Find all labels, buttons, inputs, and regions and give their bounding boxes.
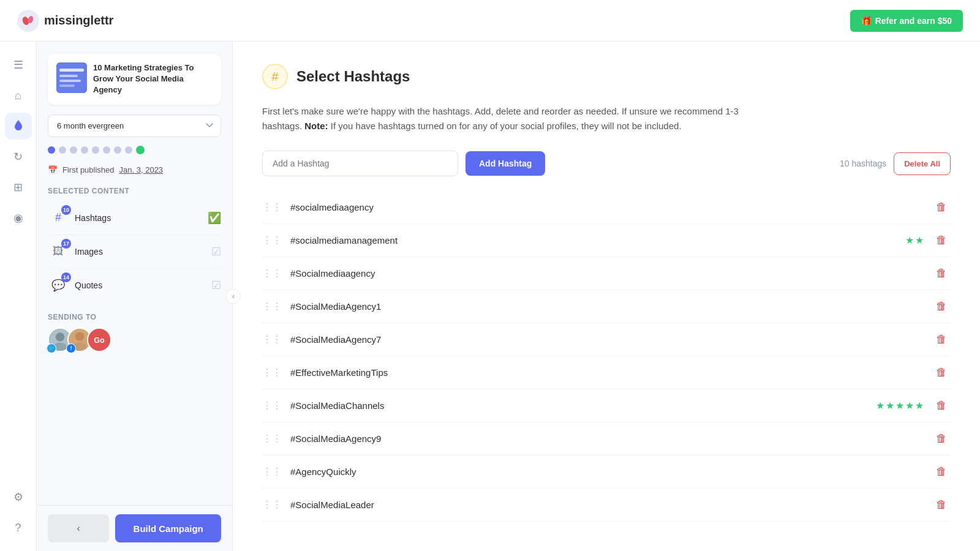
delete-hashtag-button[interactable]: 🗑 xyxy=(932,431,951,446)
hashtag-row: ⋮⋮ #SocialMediaAgency9 🗑 xyxy=(262,422,951,455)
delete-hashtag-button[interactable]: 🗑 xyxy=(932,398,951,413)
hashtag-row: ⋮⋮ #SocialMediaChannels ★ ★ ★ ★ ★ 🗑 xyxy=(262,389,951,422)
hashtag-text: #SocialMediaChannels xyxy=(290,400,867,411)
svg-rect-7 xyxy=(59,84,75,87)
hashtag-row: ⋮⋮ #Socialmediaagency 🗑 xyxy=(262,257,951,290)
refer-label: Refer and earn $50 xyxy=(875,16,952,26)
sidebar-item-settings[interactable]: ⚙ xyxy=(5,484,32,511)
build-campaign-button[interactable]: Build Campaign xyxy=(115,514,221,542)
hashtags-badge: 10 xyxy=(61,205,71,215)
content-item-images[interactable]: 🖼 17 Images ☑ xyxy=(48,235,221,269)
sidebar-item-help[interactable]: ? xyxy=(5,514,32,541)
star-icon: ★ xyxy=(876,400,884,411)
progress-dot-1 xyxy=(48,146,55,154)
delete-hashtag-button[interactable]: 🗑 xyxy=(932,200,951,215)
drag-handle-icon[interactable]: ⋮⋮ xyxy=(262,466,282,478)
svg-text:Go: Go xyxy=(94,336,105,345)
drag-handle-icon[interactable]: ⋮⋮ xyxy=(262,268,282,279)
published-label: First published xyxy=(62,165,115,174)
help-icon: ? xyxy=(15,522,21,534)
back-button[interactable]: ‹ xyxy=(48,514,109,542)
star-rating: ★ ★ ★ ★ ★ xyxy=(876,400,924,411)
selected-content-section: Selected Content # 10 Hashtags ✅ 🖼 17 Im… xyxy=(48,187,221,302)
star-icon: ★ xyxy=(915,400,924,411)
svg-rect-4 xyxy=(59,69,84,72)
add-hashtag-button[interactable]: Add Hashtag xyxy=(466,151,545,176)
page-title: Select Hashtags xyxy=(296,68,410,85)
sidebar-item-globe[interactable]: ◉ xyxy=(5,204,32,231)
delete-hashtag-button[interactable]: 🗑 xyxy=(932,266,951,281)
article-title: 10 Marketing Strategies To Grow Your Soc… xyxy=(93,62,213,96)
delete-hashtag-button[interactable]: 🗑 xyxy=(932,299,951,314)
delete-hashtag-button[interactable]: 🗑 xyxy=(932,464,951,479)
delete-hashtag-button[interactable]: 🗑 xyxy=(932,497,951,512)
drag-handle-icon[interactable]: ⋮⋮ xyxy=(262,234,282,246)
refer-button[interactable]: 🎁 Refer and earn $50 xyxy=(850,10,963,32)
article-card: 10 Marketing Strategies To Grow Your Soc… xyxy=(48,54,221,105)
delete-all-button[interactable]: Delete All xyxy=(894,152,951,175)
add-hashtag-input[interactable] xyxy=(262,151,458,176)
svg-rect-3 xyxy=(56,62,87,93)
hashtags-icon-wrap: # 10 xyxy=(48,208,69,228)
drag-handle-icon[interactable]: ⋮⋮ xyxy=(262,201,282,213)
hashtag-text: #SocialMediaAgency7 xyxy=(290,334,924,345)
drag-handle-icon[interactable]: ⋮⋮ xyxy=(262,433,282,444)
star-rating: ★ ★ xyxy=(905,234,924,246)
logo-icon xyxy=(17,10,39,32)
campaign-bottom-bar: ‹ Build Campaign xyxy=(37,505,232,551)
top-nav: missinglettr 🎁 Refer and earn $50 xyxy=(0,0,980,42)
delete-hashtag-button[interactable]: 🗑 xyxy=(932,233,951,248)
hashtag-text: #socialmediamanagement xyxy=(290,235,897,246)
delete-hashtag-button[interactable]: 🗑 xyxy=(932,332,951,347)
star-icon: ★ xyxy=(915,234,924,246)
quotes-label: Quotes xyxy=(75,280,205,290)
globe-icon: ◉ xyxy=(13,211,23,225)
hashtag-text: #EffectiveMarketingTips xyxy=(290,367,924,378)
add-hashtag-row: Add Hashtag 10 hashtags Delete All xyxy=(262,151,951,176)
quotes-check: ☑ xyxy=(211,279,221,292)
star-icon: ★ xyxy=(905,400,914,411)
calendar-icon: ⊞ xyxy=(13,181,23,194)
sidebar-item-drops[interactable] xyxy=(5,113,32,140)
drag-handle-icon[interactable]: ⋮⋮ xyxy=(262,367,282,378)
progress-dot-5 xyxy=(92,146,99,154)
hashtag-text: #SocialMediaLeader xyxy=(290,500,924,510)
collapse-panel-button[interactable]: ‹ xyxy=(226,289,232,304)
hashtag-list: ⋮⋮ #socialmediaagency 🗑 ⋮⋮ #socialmediam… xyxy=(262,191,951,522)
hash-symbol: # xyxy=(271,70,278,84)
drops-icon xyxy=(12,118,25,135)
sidebar-item-menu[interactable]: ☰ xyxy=(5,51,32,78)
hashtag-row: ⋮⋮ #SocialMediaLeader 🗑 xyxy=(262,489,951,522)
star-icon: ★ xyxy=(905,234,914,246)
sidebar-item-home[interactable]: ⌂ xyxy=(5,82,32,109)
progress-dot-9 xyxy=(136,146,145,154)
progress-dots xyxy=(48,146,221,154)
sidebar-item-repost[interactable]: ↻ xyxy=(5,143,32,170)
hashtag-row: ⋮⋮ #EffectiveMarketingTips 🗑 xyxy=(262,356,951,389)
hashtag-text: #Socialmediaagency xyxy=(290,268,924,279)
quotes-badge: 14 xyxy=(61,272,71,282)
drag-handle-icon[interactable]: ⋮⋮ xyxy=(262,301,282,312)
content-item-quotes[interactable]: 💬 14 Quotes ☑ xyxy=(48,269,221,302)
facebook-badge-2: f xyxy=(66,343,76,353)
hashtag-text: #socialmediaagency xyxy=(290,202,924,212)
drag-handle-icon[interactable]: ⋮⋮ xyxy=(262,499,282,511)
progress-dot-2 xyxy=(59,146,66,154)
sidebar-item-calendar[interactable]: ⊞ xyxy=(5,174,32,201)
progress-dot-4 xyxy=(81,146,88,154)
hashtag-text: #SocialMediaAgency9 xyxy=(290,433,924,444)
main-content: # Select Hashtags First let's make sure … xyxy=(233,42,980,551)
delete-hashtag-button[interactable]: 🗑 xyxy=(932,365,951,380)
content-item-hashtags[interactable]: # 10 Hashtags ✅ xyxy=(48,201,221,235)
article-thumbnail xyxy=(56,62,87,93)
campaign-type-select[interactable]: 6 month evergreen 12 month evergreen 3 m… xyxy=(48,114,221,137)
sending-to-section: Sending To 🐦 xyxy=(48,313,221,352)
hashtag-text: #SocialMediaAgency1 xyxy=(290,301,924,312)
drag-handle-icon[interactable]: ⋮⋮ xyxy=(262,400,282,411)
progress-dot-6 xyxy=(103,146,110,154)
images-badge: 17 xyxy=(61,239,71,249)
campaign-type-dropdown-row: 6 month evergreen 12 month evergreen 3 m… xyxy=(48,114,221,137)
drag-handle-icon[interactable]: ⋮⋮ xyxy=(262,334,282,345)
star-icon: ★ xyxy=(895,400,904,411)
hashtags-check: ✅ xyxy=(208,211,221,225)
